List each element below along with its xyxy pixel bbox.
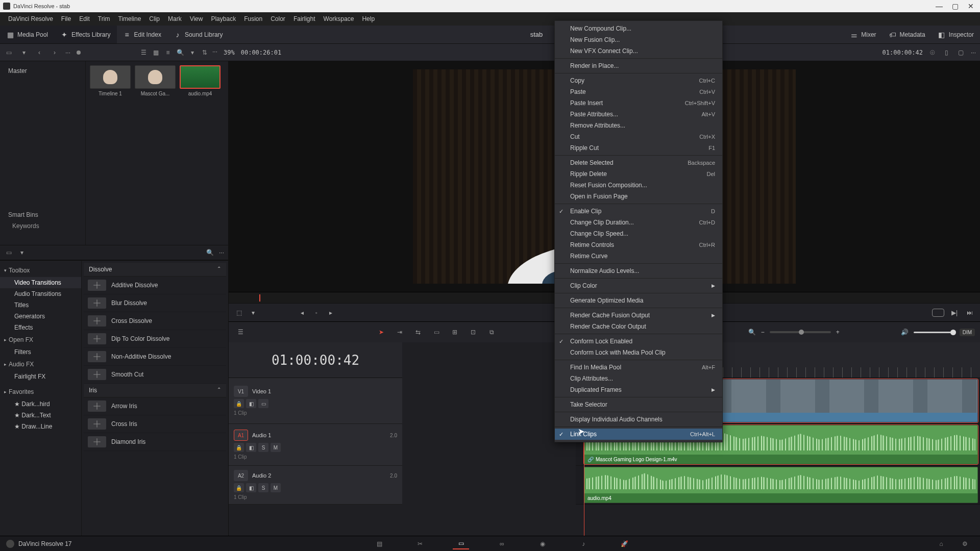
menu-item-link-clips[interactable]: ✓Link ClipsCtrl+Alt+L: [555, 429, 722, 440]
smart-bins-heading[interactable]: Smart Bins: [4, 209, 81, 220]
menu-item-paste-insert[interactable]: Paste InsertCtrl+Shift+V: [555, 97, 722, 109]
fx-tree-toolbox[interactable]: Toolbox: [0, 264, 81, 277]
cut-page-icon[interactable]: ✂: [412, 538, 428, 549]
menu-item-render-cache-color-output[interactable]: Render Cache Color Output: [555, 321, 722, 332]
menu-item-render-cache-fusion-output[interactable]: Render Cache Fusion Output▶: [555, 310, 722, 321]
menu-item-find-in-media-pool[interactable]: Find In Media PoolAlt+F: [555, 362, 722, 373]
dim-button[interactable]: DIM: [960, 329, 975, 336]
menu-help[interactable]: Help: [358, 15, 379, 22]
menu-item-change-clip-duration[interactable]: Change Clip Duration...Ctrl+D: [555, 217, 722, 228]
menu-item-delete-selected[interactable]: Delete SelectedBackspace: [555, 157, 722, 168]
settings-icon[interactable]: ⚙: [957, 538, 973, 549]
solo-button[interactable]: S: [258, 443, 268, 452]
menu-item-ripple-delete[interactable]: Ripple DeleteDel: [555, 168, 722, 180]
search-icon[interactable]: 🔍: [206, 248, 215, 257]
lock-icon[interactable]: 🔒: [234, 399, 244, 408]
mixer-button[interactable]: ⚌Mixer: [844, 31, 882, 39]
effects-library-button[interactable]: ✦Effects Library: [54, 26, 116, 43]
menu-trim[interactable]: Trim: [94, 15, 114, 22]
prev-edit-icon[interactable]: ◂: [297, 308, 307, 318]
mute-button[interactable]: M: [271, 443, 281, 452]
fx-tree-favorites[interactable]: Favorites: [0, 385, 81, 398]
fx-group-header[interactable]: Iris⌃: [84, 384, 226, 397]
dual-viewer-icon[interactable]: ▢: [957, 48, 966, 57]
minimize-icon[interactable]: —: [936, 2, 943, 10]
media-clip[interactable]: Mascot Ga...: [135, 65, 176, 96]
chevron-down-icon[interactable]: ▾: [248, 308, 258, 318]
menu-fairlight[interactable]: Fairlight: [289, 15, 320, 22]
track-header-a1[interactable]: A1 Audio 1 2.0 🔒 ◧ S M 1: [229, 424, 402, 466]
bin-view-icon[interactable]: ▭: [4, 248, 13, 257]
zoom-slider[interactable]: [770, 331, 831, 333]
media-clip[interactable]: audio.mp4: [180, 65, 220, 96]
fx-item[interactable]: Cross Dissolve: [84, 312, 226, 330]
insert-icon[interactable]: ⊞: [448, 325, 461, 339]
menu-item-retime-curve[interactable]: Retime Curve: [555, 251, 722, 262]
menu-item-duplicated-frames[interactable]: Duplicated Frames▶: [555, 384, 722, 395]
trim-tool-icon[interactable]: ⇥: [393, 325, 406, 339]
speaker-icon[interactable]: 🔊: [901, 329, 909, 336]
menu-item-display-individual-audio-channels[interactable]: Display Individual Audio Channels: [555, 414, 722, 425]
fx-tree-openfx[interactable]: Open FX: [0, 333, 81, 346]
track-header-v1[interactable]: V1 Video 1 🔒 ◧ ▭ 1 Clip: [229, 378, 402, 424]
fx-tree-fairlightfx[interactable]: Fairlight FX: [0, 371, 81, 382]
auto-select-icon[interactable]: ◧: [246, 399, 256, 408]
disable-video-icon[interactable]: ▭: [258, 399, 268, 408]
fairlight-page-icon[interactable]: ♪: [575, 538, 592, 549]
clip-context-menu[interactable]: New Compound Clip...New Fusion Clip...Ne…: [554, 20, 723, 442]
bypass-icon[interactable]: ⦾: [928, 48, 937, 57]
fx-item[interactable]: Dip To Color Dissolve: [84, 330, 226, 348]
menu-item-generate-optimized-media[interactable]: Generate Optimized Media: [555, 295, 722, 306]
menu-davinci-resolve[interactable]: DaVinci Resolve: [4, 15, 57, 22]
menu-item-remove-attributes[interactable]: Remove Attributes...: [555, 120, 722, 131]
fx-tree-filters[interactable]: Filters: [0, 346, 81, 358]
menu-view[interactable]: View: [186, 15, 207, 22]
replace-icon[interactable]: ⧉: [485, 325, 498, 339]
chevron-down-icon[interactable]: ▾: [17, 248, 27, 257]
search-icon[interactable]: 🔍: [176, 48, 185, 57]
menu-item-cut[interactable]: CutCtrl+X: [555, 131, 722, 142]
menu-item-new-vfx-connect-clip[interactable]: New VFX Connect Clip...: [555, 45, 722, 57]
menu-item-retime-controls[interactable]: Retime ControlsCtrl+R: [555, 239, 722, 251]
menu-item-render-in-place[interactable]: Render in Place...: [555, 60, 722, 71]
lock-icon[interactable]: 🔒: [234, 443, 244, 452]
menu-item-clip-color[interactable]: Clip Color▶: [555, 280, 722, 291]
menu-item-reset-fusion-composition[interactable]: Reset Fusion Composition...: [555, 180, 722, 191]
menu-item-open-in-fusion-page[interactable]: Open in Fusion Page: [555, 191, 722, 202]
menu-item-change-clip-speed[interactable]: Change Clip Speed...: [555, 228, 722, 239]
bin-view-icon[interactable]: ▭: [4, 48, 13, 57]
timeline-search-icon[interactable]: 🔍: [748, 329, 756, 336]
menu-item-normalize-audio-levels[interactable]: Normalize Audio Levels...: [555, 265, 722, 277]
last-frame-icon[interactable]: ⏭: [965, 308, 975, 318]
menu-item-conform-lock-with-media-pool-clip[interactable]: Conform Lock with Media Pool Clip: [555, 347, 722, 358]
ellipsis-icon[interactable]: ···: [65, 49, 70, 56]
menu-item-new-fusion-clip[interactable]: New Fusion Clip...: [555, 34, 722, 45]
fx-item[interactable]: Blur Dissolve: [84, 294, 226, 312]
list-view-icon[interactable]: ☰: [139, 48, 148, 57]
bin-master[interactable]: Master: [4, 65, 81, 77]
zoom-out-icon[interactable]: −: [761, 329, 765, 336]
metadata-button[interactable]: 🏷Metadata: [883, 31, 932, 39]
ellipsis-icon[interactable]: ···: [971, 49, 976, 56]
chevron-down-icon[interactable]: ▾: [188, 48, 197, 57]
chevron-down-icon[interactable]: ▾: [19, 48, 29, 57]
dynamic-trim-icon[interactable]: ⇆: [411, 325, 425, 339]
menu-color[interactable]: Color: [266, 15, 289, 22]
match-frame-icon[interactable]: ▶|: [949, 308, 960, 318]
fx-favorite-item[interactable]: ★ Dark...hird: [0, 398, 81, 410]
fx-tree-audiofx[interactable]: Audio FX: [0, 358, 81, 371]
stop-icon[interactable]: ◦: [311, 308, 322, 318]
menu-item-paste-attributes[interactable]: Paste Attributes...Alt+V: [555, 109, 722, 120]
timeline-timecode[interactable]: 01:00:00:42: [229, 342, 402, 378]
fx-tree-audio-transitions[interactable]: Audio Transitions: [0, 288, 81, 299]
sort-icon[interactable]: ⇅: [200, 48, 209, 57]
edit-page-icon[interactable]: ▭: [453, 538, 469, 549]
track-header-a2[interactable]: A2 Audio 2 2.0 🔒 ◧ S M 1: [229, 466, 402, 505]
single-viewer-icon[interactable]: ▯: [942, 48, 951, 57]
menu-item-clip-attributes[interactable]: Clip Attributes...: [555, 373, 722, 384]
track-tag-v1[interactable]: V1: [234, 386, 248, 397]
clip-audio-a2[interactable]: audio.mp4: [584, 467, 978, 503]
menu-fusion[interactable]: Fusion: [240, 15, 266, 22]
maximize-icon[interactable]: ▢: [952, 2, 959, 10]
fusion-page-icon[interactable]: ∞: [494, 538, 510, 549]
